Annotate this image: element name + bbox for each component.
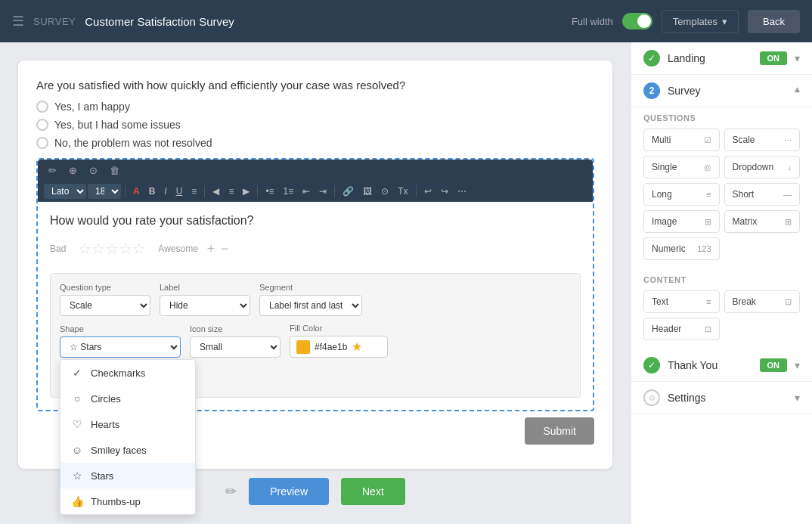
fill-color-label: Fill Color bbox=[290, 324, 388, 333]
chevron-down-icon: ▾ bbox=[722, 16, 727, 27]
separator-2 bbox=[204, 185, 205, 197]
editor-block: ✏ ⊕ ⊙ 🗑 Lato 18 A B I bbox=[36, 158, 594, 411]
settings-chevron-icon[interactable]: ▾ bbox=[795, 392, 800, 404]
matrix-btn[interactable]: Matrix ⊞ bbox=[724, 210, 801, 233]
embed-btn[interactable]: ⊙ bbox=[377, 184, 392, 198]
star-4[interactable]: ☆ bbox=[119, 240, 132, 258]
bold-btn[interactable]: B bbox=[145, 184, 160, 198]
landing-toggle[interactable]: ON bbox=[760, 51, 788, 65]
align-center-btn[interactable]: ≡ bbox=[225, 184, 237, 198]
radio-1[interactable] bbox=[36, 101, 48, 113]
decrease-indent-btn[interactable]: ⇤ bbox=[299, 184, 314, 198]
delete-button[interactable]: 🗑 bbox=[105, 163, 124, 178]
clear-btn[interactable]: Tx bbox=[394, 184, 411, 198]
matrix-icon: ⊞ bbox=[785, 217, 792, 227]
scale-btn[interactable]: Scale ··· bbox=[724, 129, 801, 151]
star-2[interactable]: ☆ bbox=[91, 240, 105, 258]
survey-card: Are you satisfied with how quickly and e… bbox=[18, 60, 612, 469]
header-icon: ⊡ bbox=[705, 324, 711, 334]
icon-size-select[interactable]: Small bbox=[190, 336, 280, 358]
awesome-label: Awesome bbox=[158, 243, 197, 254]
dropdown-smiley[interactable]: ☺ Smiley faces bbox=[60, 437, 195, 463]
star-5[interactable]: ☆ bbox=[132, 240, 146, 258]
dropdown-stars[interactable]: ☆ Stars bbox=[60, 463, 195, 488]
stars-row: Bad ☆ ☆ ☆ ☆ ☆ Awesome + − bbox=[50, 240, 581, 261]
undo-btn[interactable]: ↩ bbox=[420, 184, 435, 198]
landing-label: Landing bbox=[668, 52, 752, 64]
full-width-toggle[interactable] bbox=[622, 13, 652, 29]
text-color-btn[interactable]: A bbox=[129, 184, 144, 198]
image-btn[interactable]: 🖼 bbox=[359, 184, 376, 198]
templates-button[interactable]: Templates ▾ bbox=[662, 10, 739, 33]
shape-label: Shape bbox=[60, 324, 181, 333]
edit-icon[interactable]: ✏ bbox=[225, 483, 237, 500]
underline-btn[interactable]: U bbox=[172, 184, 187, 198]
redo-btn[interactable]: ↪ bbox=[437, 184, 452, 198]
bullet-list-btn[interactable]: •≡ bbox=[262, 184, 277, 198]
dropdown-icon: ↓ bbox=[788, 163, 792, 172]
link-btn[interactable]: 🔗 bbox=[339, 184, 358, 198]
thumbsup-icon: 👍 bbox=[71, 495, 83, 507]
single-btn[interactable]: Single ◎ bbox=[643, 156, 720, 178]
dropdown-checkmarks[interactable]: ✓ Checkmarks bbox=[60, 360, 195, 386]
more-btn[interactable]: ⋯ bbox=[454, 184, 470, 198]
font-size-select[interactable]: 18 bbox=[88, 184, 121, 199]
landing-chevron-icon[interactable]: ▾ bbox=[795, 52, 800, 64]
preview-button[interactable]: Preview bbox=[249, 478, 329, 505]
number-list-btn[interactable]: 1≡ bbox=[280, 184, 298, 198]
thankyou-chevron-icon[interactable]: ▾ bbox=[795, 359, 800, 371]
break-btn[interactable]: Break ⊡ bbox=[724, 290, 801, 313]
star-1[interactable]: ☆ bbox=[78, 240, 91, 258]
align-right-btn[interactable]: ▶ bbox=[239, 184, 253, 198]
survey-label: SURVEY bbox=[33, 16, 76, 27]
dropdown-circles[interactable]: ○ Circles bbox=[60, 386, 195, 411]
dropdown-hearts[interactable]: ♡ Hearts bbox=[60, 411, 195, 437]
back-button[interactable]: Back bbox=[748, 10, 800, 33]
radio-3[interactable] bbox=[36, 137, 48, 149]
content-section-label: Content bbox=[631, 269, 812, 287]
radio-2[interactable] bbox=[36, 119, 48, 131]
settings-circle-icon: ⚙ bbox=[643, 389, 660, 406]
settings-row-2: Shape ☆ Stars ✓ Checkmarks bbox=[60, 324, 571, 358]
label-select[interactable]: Hide bbox=[160, 295, 250, 316]
multi-btn[interactable]: Multi ☑ bbox=[643, 129, 720, 151]
increase-indent-btn[interactable]: ⇥ bbox=[315, 184, 330, 198]
align-left-btn[interactable]: ◀ bbox=[209, 184, 223, 198]
star-3[interactable]: ☆ bbox=[105, 240, 119, 258]
submit-button[interactable]: Submit bbox=[525, 417, 594, 445]
dropdown-thumbsup[interactable]: 👍 Thumbs-up bbox=[60, 488, 195, 514]
question-2: How would you rate your satisfaction? bbox=[50, 214, 581, 228]
settings-panel: Question type Scale Label Hide bbox=[50, 273, 581, 398]
duplicate-button[interactable]: ⊙ bbox=[85, 163, 102, 178]
shape-select[interactable]: ☆ Stars bbox=[60, 336, 181, 358]
add-star-btn[interactable]: + bbox=[207, 241, 215, 257]
edit-button[interactable]: ✏ bbox=[44, 163, 61, 178]
numeric-btn[interactable]: Numeric 123 bbox=[643, 237, 720, 260]
short-icon: — bbox=[783, 190, 792, 199]
editor-content[interactable]: How would you rate your satisfaction? Ba… bbox=[38, 202, 593, 273]
header-btn[interactable]: Header ⊡ bbox=[643, 318, 720, 340]
remove-star-btn[interactable]: − bbox=[221, 241, 229, 257]
thankyou-toggle[interactable]: ON bbox=[760, 358, 788, 372]
questions-section-label: Questions bbox=[631, 107, 812, 126]
question-type-select[interactable]: Scale bbox=[60, 295, 150, 316]
italic-btn[interactable]: I bbox=[160, 184, 170, 198]
color-picker[interactable]: #f4ae1b ★ bbox=[290, 336, 388, 358]
survey-chevron-icon[interactable]: ▾ bbox=[795, 85, 800, 97]
dropdown-btn[interactable]: Dropdown ↓ bbox=[724, 156, 801, 178]
color-swatch bbox=[296, 340, 310, 354]
short-btn[interactable]: Short — bbox=[724, 183, 801, 206]
segment-select[interactable]: Label first and last bbox=[259, 295, 362, 316]
long-btn[interactable]: Long ≡ bbox=[643, 183, 720, 206]
break-icon: ⊡ bbox=[785, 297, 792, 307]
font-select[interactable]: Lato bbox=[44, 184, 86, 199]
text-btn[interactable]: Text ≡ bbox=[643, 290, 720, 313]
list-btn[interactable]: ≡ bbox=[188, 184, 200, 198]
add-button[interactable]: ⊕ bbox=[64, 163, 82, 178]
question-type-label: Question type bbox=[60, 283, 150, 292]
separator-5 bbox=[416, 185, 417, 197]
star-preview-icon: ★ bbox=[352, 340, 362, 354]
image-btn[interactable]: Image ⊞ bbox=[643, 210, 720, 233]
multi-icon: ☑ bbox=[704, 135, 711, 145]
next-button[interactable]: Next bbox=[341, 478, 405, 505]
